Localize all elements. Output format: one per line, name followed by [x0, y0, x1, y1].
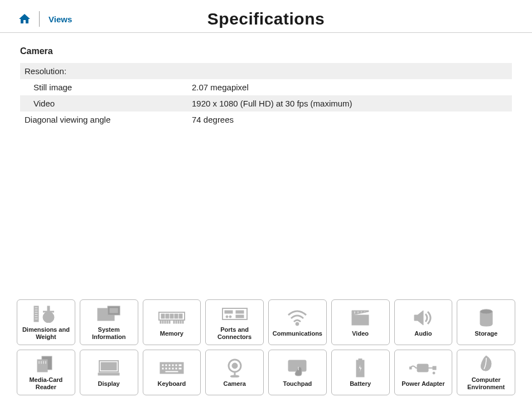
svg-rect-73	[433, 366, 436, 370]
svg-rect-50	[98, 373, 119, 375]
svg-rect-5	[35, 316, 38, 317]
nav-tile-label: System Information	[81, 326, 137, 340]
nav-tile-communications[interactable]: Communications	[268, 299, 327, 345]
nav-row-2: Media-Card ReaderDisplayKeyboardCameraTo…	[17, 350, 515, 395]
svg-rect-18	[160, 320, 161, 323]
svg-rect-63	[178, 367, 182, 370]
nav-tile-memory[interactable]: Memory	[143, 299, 201, 345]
nav-tile-label: Camera	[223, 380, 245, 388]
svg-rect-15	[170, 314, 173, 318]
memory-icon	[158, 308, 186, 328]
svg-rect-45	[41, 361, 42, 364]
svg-rect-38	[361, 311, 362, 313]
svg-point-74	[433, 372, 435, 374]
svg-rect-55	[172, 364, 174, 366]
svg-point-41	[480, 309, 492, 314]
nav-tile-media-card-reader[interactable]: Media-Card Reader	[17, 350, 75, 395]
nav-tile-power-adapter[interactable]: Power Adapter	[394, 350, 453, 395]
svg-rect-56	[175, 364, 177, 366]
spec-row: Video1920 x 1080 (Full HD) at 30 fps (ma…	[20, 95, 512, 112]
nav-tile-label: Audio	[414, 330, 432, 337]
svg-rect-3	[35, 312, 38, 313]
nav-tile-label: Computer Environment	[458, 376, 514, 390]
nav-tile-label: Storage	[475, 330, 497, 337]
svg-rect-35	[352, 315, 369, 325]
spec-value: 74 degrees	[192, 115, 507, 124]
svg-rect-46	[43, 361, 44, 364]
svg-rect-72	[409, 367, 412, 369]
nav-tile-keyboard[interactable]: Keyboard	[143, 350, 201, 395]
spec-row: Diagonal viewing angle74 degrees	[20, 112, 512, 128]
svg-rect-19	[162, 320, 163, 323]
nav-tile-label: Power Adapter	[402, 380, 444, 388]
audio-icon	[409, 308, 437, 328]
environment-icon	[472, 354, 500, 374]
svg-point-67	[230, 375, 239, 377]
svg-rect-2	[35, 309, 38, 311]
svg-rect-64	[165, 371, 178, 372]
nav-tile-display[interactable]: Display	[80, 350, 138, 395]
svg-point-32	[229, 316, 231, 318]
svg-rect-22	[169, 320, 170, 323]
nav-tile-label: Ports and Connectors	[207, 326, 262, 340]
keyboard-icon	[158, 358, 186, 378]
spec-label: Video	[25, 99, 192, 108]
svg-rect-23	[173, 320, 175, 323]
svg-point-34	[296, 322, 299, 326]
svg-rect-30	[236, 311, 244, 313]
svg-rect-59	[165, 367, 167, 370]
nav-tile-label: Communications	[273, 330, 322, 337]
nav-tile-video[interactable]: Video	[331, 299, 390, 345]
svg-rect-36	[354, 311, 355, 314]
svg-rect-44	[38, 361, 40, 364]
nav-tile-label: Keyboard	[158, 380, 186, 388]
svg-point-7	[43, 312, 54, 323]
nav-tile-touchpad[interactable]: Touchpad	[268, 350, 327, 395]
svg-rect-52	[162, 364, 164, 366]
svg-point-66	[232, 363, 238, 369]
svg-rect-61	[172, 367, 174, 370]
svg-rect-57	[178, 364, 182, 366]
svg-rect-62	[175, 367, 177, 370]
spec-value: 2.07 megapixel	[192, 83, 507, 92]
nav-tile-audio[interactable]: Audio	[394, 299, 453, 345]
svg-rect-4	[35, 314, 38, 315]
spec-label: Resolution:	[25, 66, 192, 76]
touchpad-icon	[283, 358, 311, 378]
nav-tile-storage[interactable]: Storage	[457, 299, 515, 345]
nav-tile-ports-connectors[interactable]: Ports and Connectors	[205, 299, 264, 345]
nav-tile-computer-environment[interactable]: Computer Environment	[457, 350, 515, 395]
header: Views Specifications	[0, 0, 532, 33]
svg-rect-6	[35, 318, 38, 319]
spec-label: Still image	[25, 83, 192, 92]
svg-point-31	[226, 316, 228, 318]
content: Camera Resolution:Still image2.07 megapi…	[0, 33, 532, 128]
adapter-icon	[409, 358, 437, 378]
header-divider	[39, 11, 40, 27]
svg-rect-1	[35, 307, 38, 308]
svg-rect-14	[166, 314, 169, 318]
nav-row-1: Dimensions and WeightSystem InformationM…	[17, 299, 515, 345]
nav-tile-battery[interactable]: Battery	[331, 350, 390, 395]
home-icon[interactable]	[17, 12, 32, 26]
wifi-icon	[283, 308, 311, 328]
svg-rect-39	[364, 311, 365, 312]
svg-rect-26	[180, 320, 181, 323]
camera-icon	[221, 358, 249, 378]
spec-label: Diagonal viewing angle	[25, 115, 192, 124]
nav-tile-camera[interactable]: Camera	[205, 350, 264, 395]
svg-rect-29	[225, 311, 233, 313]
page-title: Specifications	[207, 9, 325, 28]
svg-rect-20	[165, 320, 166, 323]
svg-rect-27	[182, 320, 183, 323]
svg-rect-47	[45, 361, 46, 364]
nav-tile-dimensions-weight[interactable]: Dimensions and Weight	[17, 299, 75, 345]
ports-icon	[221, 304, 249, 324]
sysinfo-icon	[95, 304, 123, 324]
nav-tile-system-information[interactable]: System Information	[80, 299, 138, 345]
svg-rect-71	[417, 364, 428, 372]
spec-table: Resolution:Still image2.07 megapixelVide…	[20, 63, 512, 128]
video-icon	[346, 308, 374, 328]
nav-grid: Dimensions and WeightSystem InformationM…	[17, 299, 515, 395]
views-link[interactable]: Views	[49, 14, 72, 24]
